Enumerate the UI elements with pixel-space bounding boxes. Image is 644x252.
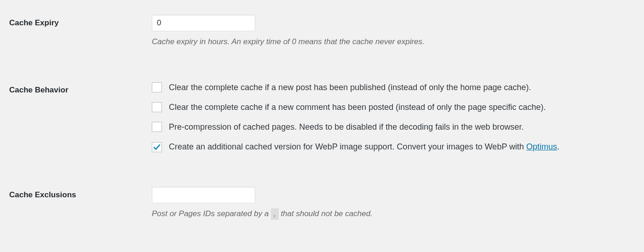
behavior-webp-text-after: . bbox=[557, 142, 559, 151]
behavior-option-clear-comment: Clear the complete cache if a new commen… bbox=[152, 102, 635, 113]
exclusions-desc-before: Post or Pages IDs separated by a bbox=[152, 209, 271, 218]
behavior-label-clear-post: Clear the complete cache if a new post h… bbox=[169, 82, 531, 93]
behavior-label-precompression: Pre-compression of cached pages. Needs t… bbox=[169, 121, 523, 133]
cache-minification-row: Cache Minification Disabled bbox=[0, 248, 644, 252]
optimus-link[interactable]: Optimus bbox=[526, 142, 557, 151]
cache-expiry-description: Cache expiry in hours. An expiry time of… bbox=[152, 36, 635, 48]
behavior-checkbox-clear-post[interactable] bbox=[152, 82, 162, 92]
cache-behavior-content: Clear the complete cache if a new post h… bbox=[152, 82, 635, 153]
cache-expiry-content: Cache expiry in hours. An expiry time of… bbox=[152, 15, 635, 48]
cache-behavior-label: Cache Behavior bbox=[9, 82, 152, 95]
behavior-webp-text-before: Create an additional cached version for … bbox=[169, 142, 526, 151]
cache-exclusions-input[interactable] bbox=[152, 187, 255, 203]
behavior-option-clear-post: Clear the complete cache if a new post h… bbox=[152, 82, 635, 93]
cache-exclusions-description: Post or Pages IDs separated by a , that … bbox=[152, 208, 635, 220]
behavior-label-clear-comment: Clear the complete cache if a new commen… bbox=[169, 102, 546, 113]
cache-exclusions-content: Post or Pages IDs separated by a , that … bbox=[152, 187, 635, 220]
check-icon bbox=[153, 143, 161, 151]
cache-exclusions-label: Cache Exclusions bbox=[9, 187, 152, 200]
cache-expiry-row: Cache Expiry Cache expiry in hours. An e… bbox=[0, 9, 644, 53]
behavior-option-precompression: Pre-compression of cached pages. Needs t… bbox=[152, 121, 635, 133]
behavior-option-webp: Create an additional cached version for … bbox=[152, 141, 635, 153]
behavior-checkbox-clear-comment[interactable] bbox=[152, 102, 162, 112]
exclusions-desc-after: that should not be cached. bbox=[279, 209, 373, 218]
behavior-checkbox-precompression[interactable] bbox=[152, 122, 162, 132]
cache-expiry-input[interactable] bbox=[152, 15, 255, 31]
cache-exclusions-row: Cache Exclusions Post or Pages IDs separ… bbox=[0, 181, 644, 225]
behavior-label-webp: Create an additional cached version for … bbox=[169, 141, 559, 153]
behavior-checkbox-webp[interactable] bbox=[152, 142, 162, 152]
cache-expiry-label: Cache Expiry bbox=[9, 15, 152, 28]
separator-char: , bbox=[271, 208, 279, 219]
cache-behavior-row: Cache Behavior Clear the complete cache … bbox=[0, 76, 644, 159]
